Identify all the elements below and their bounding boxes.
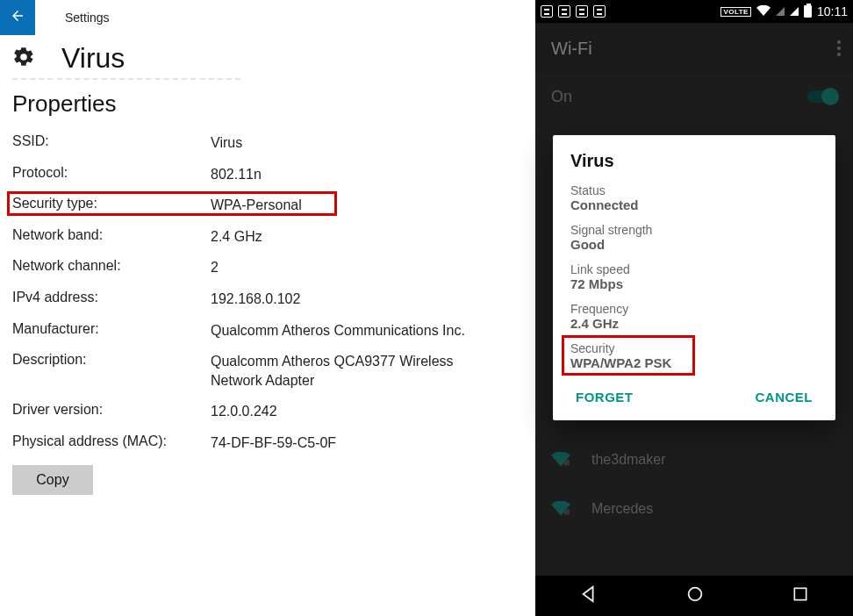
field-value: Connected <box>570 197 818 212</box>
prop-mac: Physical address (MAC): 74-DF-BF-59-C5-0… <box>12 433 535 453</box>
wifi-name: the3dmaker <box>591 452 666 468</box>
forget-button[interactable]: FORGET <box>576 390 634 405</box>
prop-channel: Network channel: 2 <box>12 258 535 277</box>
dialog-security: Security WPA/WPA2 PSK <box>570 341 818 370</box>
clock: 10:11 <box>817 4 848 18</box>
dialog-link-speed: Link speed 72 Mbps <box>570 262 818 291</box>
properties-list: SSID: Virus Protocol: 802.11n Security t… <box>12 133 535 453</box>
prop-value: 802.11n <box>211 165 491 184</box>
wifi-secure-icon <box>551 501 570 517</box>
field-label: Signal strength <box>570 223 818 237</box>
prop-value: Qualcomm Atheros Communications Inc. <box>211 321 491 340</box>
nav-home-icon[interactable] <box>685 584 705 607</box>
back-arrow-icon <box>10 8 25 27</box>
cancel-button[interactable]: CANCEL <box>756 390 814 405</box>
dialog-status: Status Connected <box>570 183 818 212</box>
field-label: Link speed <box>570 262 818 276</box>
nav-back-icon[interactable] <box>579 584 599 607</box>
field-value: WPA/WPA2 PSK <box>570 355 818 370</box>
more-menu-button[interactable] <box>837 40 841 56</box>
prop-label: Security type: <box>12 196 211 211</box>
wifi-toggle-row: On <box>535 74 853 119</box>
cell-signal-icon <box>790 7 799 16</box>
prop-value: 12.0.0.242 <box>211 402 491 421</box>
copy-button-label: Copy <box>36 472 68 488</box>
wifi-header: Wi-Fi <box>535 23 853 74</box>
svg-rect-3 <box>795 588 806 599</box>
gear-icon <box>12 46 35 72</box>
field-label: Status <box>570 183 818 197</box>
svg-rect-1 <box>564 509 570 514</box>
prop-security: Security type: WPA-Personal <box>12 196 535 215</box>
section-title: Properties <box>12 90 535 118</box>
windows-settings-panel: Settings Virus Properties SSID: Virus Pr… <box>0 0 535 616</box>
prop-manufacturer: Manufacturer: Qualcomm Atheros Communica… <box>12 321 535 340</box>
field-value: Good <box>570 237 818 252</box>
prop-value: 74-DF-BF-59-C5-0F <box>211 433 491 453</box>
prop-label: Description: <box>12 352 211 368</box>
prop-value: 2 <box>211 258 491 277</box>
notification-icon <box>576 5 588 18</box>
status-right: VOLTE 10:11 <box>720 4 848 18</box>
svg-rect-0 <box>564 460 570 465</box>
cell-signal-icon <box>776 7 785 16</box>
field-label: Frequency <box>570 302 818 316</box>
notification-icon <box>541 5 553 18</box>
wifi-secure-icon <box>551 452 570 468</box>
prop-ssid: SSID: Virus <box>12 133 535 153</box>
title-bar: Settings <box>0 0 535 35</box>
field-value: 72 Mbps <box>570 276 818 291</box>
prop-label: IPv4 address: <box>12 290 211 305</box>
prop-value: 192.168.0.102 <box>211 290 491 309</box>
prop-driver: Driver version: 12.0.0.242 <box>12 402 535 421</box>
prop-value: WPA-Personal <box>211 196 491 215</box>
prop-label: Physical address (MAC): <box>12 433 211 449</box>
prop-label: Network channel: <box>12 258 211 274</box>
copy-button[interactable]: Copy <box>12 465 93 495</box>
prop-description: Description: Qualcomm Atheros QCA9377 Wi… <box>12 352 535 390</box>
wifi-header-title: Wi-Fi <box>551 39 592 59</box>
status-left <box>541 5 606 18</box>
prop-label: Network band: <box>12 227 211 243</box>
on-label: On <box>551 88 572 106</box>
nav-bar <box>535 576 853 616</box>
field-label: Security <box>570 341 818 355</box>
android-wifi-screen: VOLTE 10:11 Wi-Fi On the3dmaker <box>535 0 853 616</box>
prop-value: Virus <box>211 133 491 153</box>
prop-value: Qualcomm Atheros QCA9377 Wireless Networ… <box>211 352 491 390</box>
notification-icon <box>593 5 606 18</box>
field-value: 2.4 GHz <box>570 316 818 331</box>
notification-icon <box>558 5 570 18</box>
dialog-frequency: Frequency 2.4 GHz <box>570 302 818 331</box>
page-title-row: Virus <box>0 42 535 75</box>
wifi-name: Mercedes <box>591 501 653 517</box>
prop-label: Driver version: <box>12 402 211 418</box>
battery-icon <box>804 5 812 18</box>
settings-label: Settings <box>65 11 110 25</box>
page-title: Virus <box>61 42 125 75</box>
wifi-details-dialog: Virus Status Connected Signal strength G… <box>553 135 835 420</box>
wifi-toggle[interactable] <box>807 90 837 103</box>
prop-label: SSID: <box>12 133 211 149</box>
nav-recent-icon[interactable] <box>792 585 809 606</box>
dialog-actions: FORGET CANCEL <box>570 381 818 415</box>
back-button[interactable] <box>0 0 35 35</box>
status-bar: VOLTE 10:11 <box>535 0 853 23</box>
prop-label: Protocol: <box>12 165 211 181</box>
prop-protocol: Protocol: 802.11n <box>12 165 535 184</box>
svg-point-2 <box>689 588 702 601</box>
prop-label: Manufacturer: <box>12 321 211 337</box>
dialog-signal: Signal strength Good <box>570 223 818 252</box>
volte-badge: VOLTE <box>720 7 751 17</box>
wifi-list-item[interactable]: the3dmaker <box>535 435 853 484</box>
wifi-list-item[interactable]: Mercedes <box>535 484 853 534</box>
dialog-title: Virus <box>570 151 818 171</box>
prop-value: 2.4 GHz <box>211 227 491 247</box>
divider <box>12 78 240 80</box>
wifi-signal-icon <box>756 5 771 18</box>
prop-band: Network band: 2.4 GHz <box>12 227 535 247</box>
prop-ipv4: IPv4 address: 192.168.0.102 <box>12 290 535 309</box>
